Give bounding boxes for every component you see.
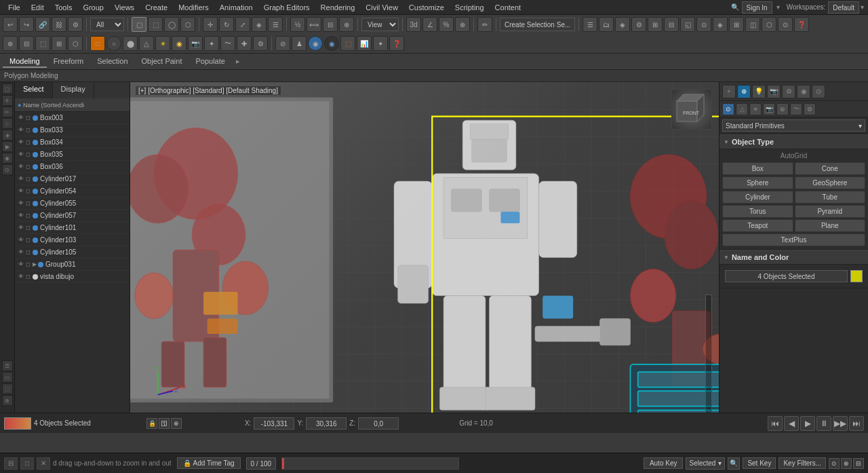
sub-tab-populate[interactable]: Populate: [189, 56, 231, 68]
stop-btn[interactable]: ⏸: [816, 416, 831, 431]
edge-hierarchy-btn[interactable]: ◈: [2, 130, 13, 140]
edge-shape-btn[interactable]: ⬚: [2, 383, 13, 394]
prim-sphere-btn[interactable]: Sphere: [722, 176, 793, 189]
right-helper-btn[interactable]: ⊕: [776, 103, 789, 115]
box-icon[interactable]: ◻: [24, 138, 31, 147]
snap-icon-3[interactable]: ⊕: [171, 418, 182, 429]
edge-extra-btn[interactable]: ⊕: [2, 395, 13, 406]
sphere-btn[interactable]: ○: [106, 36, 121, 51]
add-time-tag-btn[interactable]: 🔒 Add Time Tag: [177, 457, 241, 469]
sign-in-button[interactable]: Sign In: [742, 1, 772, 14]
right-system-btn[interactable]: ⚙: [804, 103, 816, 115]
right-camera-mode-btn[interactable]: 📷: [763, 103, 775, 115]
biped-btn[interactable]: ♟: [292, 36, 307, 51]
edge-edit-btn[interactable]: ✏: [2, 107, 13, 117]
polygon-btn-5[interactable]: ⬡: [68, 36, 83, 51]
camera-btn[interactable]: 📷: [188, 36, 203, 51]
help-btn[interactable]: ❓: [389, 36, 404, 51]
prim-torus-btn[interactable]: Torus: [722, 205, 793, 218]
menu-group[interactable]: Group: [77, 2, 109, 13]
edge-utilities-btn[interactable]: ⊙: [2, 164, 13, 175]
polygon-btn-2[interactable]: ⊟: [19, 36, 34, 51]
prim-box-btn[interactable]: Box: [722, 162, 793, 175]
percent-snap-button[interactable]: %: [439, 17, 454, 32]
edge-display-btn[interactable]: ◉: [2, 153, 13, 164]
mirror-button[interactable]: ⟺: [307, 17, 321, 32]
selection-filter-dropdown[interactable]: All: [90, 18, 124, 31]
undo-button[interactable]: ↩: [3, 17, 18, 32]
material-btn[interactable]: □: [90, 36, 105, 51]
y-value[interactable]: 30,316: [306, 417, 347, 430]
link-button[interactable]: 🔗: [35, 17, 50, 32]
right-light-btn[interactable]: 💡: [752, 85, 766, 98]
polygon-btn-1[interactable]: ⊕: [3, 36, 18, 51]
prim-pyramid-btn[interactable]: Pyramid: [795, 205, 866, 218]
particle-flow-btn[interactable]: ✦: [373, 36, 388, 51]
menu-customize[interactable]: Customize: [403, 2, 450, 13]
menu-edit[interactable]: Edit: [26, 2, 50, 13]
eye-icon[interactable]: 👁: [18, 150, 24, 159]
scene-tab-select[interactable]: Select: [15, 82, 53, 98]
viewport-canvas[interactable]: X Y Z FRONT: [130, 82, 719, 433]
toggle-btn-1[interactable]: ⊟: [4, 457, 18, 470]
eye-icon[interactable]: 👁: [18, 162, 24, 172]
layers-button[interactable]: ☰: [583, 17, 597, 32]
menu-animation[interactable]: Animation: [214, 2, 258, 13]
scene-list-item[interactable]: 👁◻Cylinder105: [15, 246, 130, 259]
select-region-rect[interactable]: ⬚: [148, 17, 163, 32]
edit-named-sel-button[interactable]: ✏: [477, 17, 492, 32]
timeline-icon-2[interactable]: ⊕: [841, 458, 852, 469]
extra-btn-2[interactable]: ⊞: [729, 17, 744, 32]
right-shape-btn[interactable]: △: [736, 103, 748, 115]
quad-view-button[interactable]: ⊞: [648, 17, 663, 32]
scene-list-item[interactable]: 👁◻Box036: [15, 161, 130, 173]
select-move-button[interactable]: ✛: [203, 17, 218, 32]
box-icon[interactable]: ◻: [24, 223, 31, 233]
close-btn[interactable]: ✕: [37, 457, 50, 470]
auto-key-btn[interactable]: Auto Key: [644, 457, 684, 469]
menu-graph-editors[interactable]: Graph Editors: [258, 2, 315, 13]
frame-counter[interactable]: 0 / 100: [246, 457, 277, 470]
prev-frame-btn[interactable]: ◀: [784, 416, 799, 431]
box-icon[interactable]: ◻: [24, 248, 31, 257]
align-button[interactable]: ⊟: [323, 17, 338, 32]
helpers-btn[interactable]: ✚: [237, 36, 252, 51]
scene-list-item[interactable]: 👁◻Cylinder054: [15, 185, 130, 197]
extra-btn-5[interactable]: ⊙: [778, 17, 793, 32]
sub-tab-selection[interactable]: Selection: [90, 56, 134, 68]
goto-start-btn[interactable]: ⏮: [768, 416, 783, 431]
menu-views[interactable]: Views: [109, 2, 140, 13]
right-anim-btn[interactable]: ⚙: [782, 85, 795, 98]
extra-btn-6[interactable]: ❓: [794, 17, 809, 32]
viewport-area[interactable]: [+] [Orthographic] [Standard] [Default S…: [130, 82, 719, 433]
timeline-icon-3[interactable]: ⊟: [853, 458, 864, 469]
edge-motion-btn[interactable]: ▶: [2, 141, 13, 152]
menu-modifiers[interactable]: Modifiers: [173, 2, 214, 13]
box-icon[interactable]: ◻: [24, 235, 31, 245]
render-frame-btn[interactable]: ⬚: [340, 36, 355, 51]
box-icon[interactable]: ◻: [24, 260, 31, 269]
viewport-config-button[interactable]: ⊟: [664, 17, 679, 32]
scene-tab-display[interactable]: Display: [53, 82, 94, 98]
extra-btn-4[interactable]: ⬡: [762, 17, 776, 32]
right-light-mode-btn[interactable]: ☀: [749, 103, 762, 115]
right-create-btn[interactable]: ⊕: [737, 85, 751, 98]
box-icon[interactable]: ◻: [24, 211, 31, 221]
menu-file[interactable]: File: [3, 2, 26, 13]
scale-button[interactable]: ⤢: [235, 17, 250, 32]
view-dropdown[interactable]: View: [361, 18, 399, 31]
snap-icon-2[interactable]: ⚿: [159, 418, 170, 429]
eye-icon[interactable]: 👁: [18, 248, 24, 257]
material-editor-button[interactable]: ◈: [615, 17, 630, 32]
snap-icon-1[interactable]: 🔒: [146, 418, 157, 429]
edge-move-btn[interactable]: ✛: [2, 95, 13, 106]
systems-btn[interactable]: ⚙: [253, 36, 268, 51]
prim-geosphere-btn[interactable]: GeoSphere: [795, 176, 866, 189]
render-setup-button[interactable]: ⚙: [631, 17, 646, 32]
scene-list-item[interactable]: 👁◻Box003: [15, 112, 130, 124]
eye-icon[interactable]: 👁: [18, 199, 24, 208]
eye-icon[interactable]: 👁: [18, 174, 24, 184]
box-icon[interactable]: ◻: [24, 174, 31, 184]
scene-list-item[interactable]: 👁◻Cylinder103: [15, 234, 130, 246]
sub-tab-object-paint[interactable]: Object Paint: [135, 56, 189, 68]
